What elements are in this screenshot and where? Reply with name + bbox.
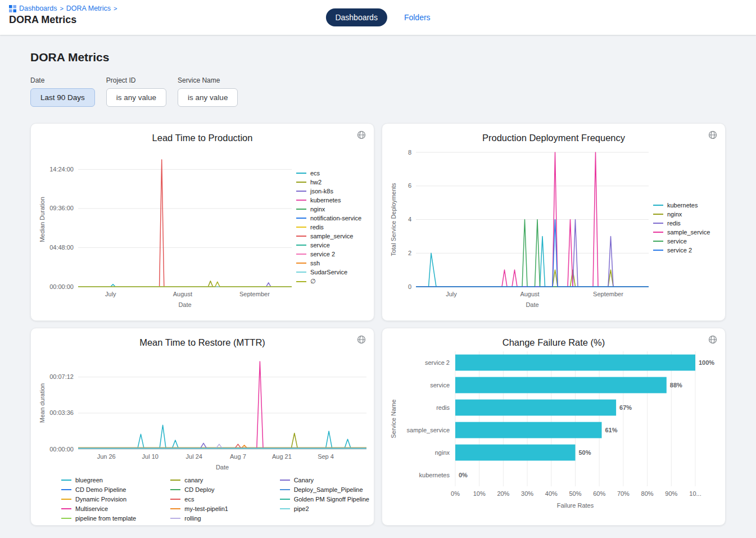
legend-label: bluegreen: [75, 477, 103, 483]
y-tick-label: 00:00:00: [49, 283, 74, 290]
card-mean-time-to-restore: Mean Time to Restore (MTTR) 00:00:0000:0…: [30, 328, 374, 526]
filter-project-id-label: Project ID: [106, 76, 166, 84]
legend-label: SudarService: [310, 269, 347, 275]
legend-item-Deploy_Sample_Pipeline[interactable]: Deploy_Sample_Pipeline: [280, 486, 368, 493]
bar-sample_service[interactable]: [455, 422, 602, 438]
legend-item-ssh[interactable]: ssh: [296, 260, 361, 266]
legend-item-nginx[interactable]: nginx: [296, 206, 361, 213]
globe-icon[interactable]: [707, 129, 718, 142]
globe-icon[interactable]: [356, 334, 367, 347]
line-chart-canvas: 02468JulyAugustSeptemberDateTotal Servic…: [389, 144, 653, 310]
x-tick-label: Jun 26: [97, 453, 116, 460]
dashboard-grid: Lead Time to Production 00:00:0004:48:00…: [30, 123, 726, 526]
legend-item-my-test-pipelin1[interactable]: my-test-pipelin1: [170, 505, 258, 512]
legend-item-bluegreen[interactable]: bluegreen: [61, 477, 149, 483]
legend-item-redis[interactable]: redis: [653, 220, 710, 227]
legend-swatch: [653, 205, 663, 206]
legend-item-nginx[interactable]: nginx: [653, 211, 710, 218]
y-tick-label: 2: [408, 250, 411, 256]
legend-item-redis[interactable]: redis: [296, 224, 361, 230]
chart-legend: bluegreenCD Demo PipelineDynamic Provisi…: [61, 477, 368, 522]
series-line-nginx: [416, 270, 649, 287]
legend-item-pipe2[interactable]: pipe2: [280, 505, 368, 512]
legend-item-ecs[interactable]: ecs: [296, 170, 361, 177]
globe-icon[interactable]: [707, 334, 718, 347]
legend-label: service 2: [310, 251, 335, 257]
legend-item-Golden PM Signoff Pipeline[interactable]: Golden PM Signoff Pipeline: [280, 496, 368, 503]
legend-item-service[interactable]: service: [296, 242, 361, 248]
legend-item-json-k8s[interactable]: json-k8s: [296, 188, 361, 195]
legend-item-kubernetes[interactable]: kubernetes: [296, 197, 361, 204]
bar-redis[interactable]: [455, 400, 616, 416]
legend-swatch: [653, 250, 663, 251]
bar-nginx[interactable]: [455, 445, 576, 461]
legend-item-hw2[interactable]: hw2: [296, 179, 361, 186]
breadcrumb-link-dashboards[interactable]: Dashboards: [19, 4, 57, 12]
legend-label: kubernetes: [667, 202, 698, 209]
legend-item-sample_service[interactable]: sample_service: [296, 233, 361, 239]
legend-item-∅[interactable]: ∅: [296, 278, 361, 285]
legend-item-pipeline from template[interactable]: pipeline from template: [61, 515, 149, 522]
legend-swatch: [653, 223, 663, 224]
card-production-deployment-frequency: Production Deployment Frequency 02468Jul…: [382, 123, 726, 321]
legend-label: ecs: [184, 496, 194, 503]
x-tick-label: Sep 4: [318, 453, 334, 460]
legend-item-canary[interactable]: canary: [170, 477, 258, 483]
legend-item-sample_service[interactable]: sample_service: [653, 229, 710, 236]
legend-item-service 2[interactable]: service 2: [296, 251, 361, 257]
filter-service-name-button[interactable]: is any value: [178, 88, 238, 107]
legend-item-Dynamic Provision[interactable]: Dynamic Provision: [61, 496, 149, 503]
legend-item-kubernetes[interactable]: kubernetes: [653, 202, 710, 209]
filter-date-button[interactable]: Last 90 Days: [30, 88, 95, 107]
legend-item-rolling[interactable]: rolling: [170, 515, 258, 522]
legend-item-CD Demo Pipeline[interactable]: CD Demo Pipeline: [61, 486, 149, 493]
series-line-sample_service: [78, 160, 292, 287]
legend-item-ecs[interactable]: ecs: [170, 496, 258, 503]
legend-label: Golden PM Signoff Pipeline: [294, 496, 369, 503]
legend-label: nginx: [310, 206, 325, 213]
y-tick-label: 00:00:00: [49, 446, 74, 453]
y-tick-label: 4: [408, 216, 411, 223]
filter-project-id-button[interactable]: is any value: [106, 88, 166, 107]
legend-item-CD Deploy[interactable]: CD Deploy: [170, 486, 258, 493]
chart-title: Production Deployment Frequency: [389, 133, 718, 143]
legend-label: service 2: [667, 247, 692, 254]
legend-item-notification-service[interactable]: notification-service: [296, 215, 361, 221]
chart-legend: kubernetesnginxredissample_serviceservic…: [653, 202, 710, 254]
value-label: 50%: [579, 449, 591, 456]
legend-label: ecs: [310, 170, 320, 177]
legend-swatch: [61, 489, 71, 490]
legend-item-service[interactable]: service: [653, 238, 710, 245]
chart-title: Change Failure Rate (%): [389, 337, 718, 348]
tab-folders[interactable]: Folders: [404, 13, 431, 22]
x-tick-label: 20%: [497, 490, 509, 497]
legend-item-Multiservice[interactable]: Multiservice: [61, 505, 149, 512]
legend-swatch: [170, 518, 180, 519]
legend-label: CD Deploy: [184, 486, 214, 493]
y-axis-label: Median Duration: [39, 197, 46, 242]
tab-dashboards[interactable]: Dashboards: [325, 8, 387, 26]
x-tick-label: 70%: [617, 490, 630, 497]
legend-swatch: [653, 214, 663, 215]
x-tick-label: 10%: [473, 490, 486, 497]
legend-swatch: [296, 173, 306, 174]
y-tick-label: 09:36:00: [49, 205, 74, 211]
series-line-kubernetes: [416, 236, 649, 287]
legend-item-SudarService[interactable]: SudarService: [296, 269, 361, 275]
globe-icon[interactable]: [356, 129, 367, 142]
legend-swatch: [296, 236, 306, 237]
breadcrumb-link-dora-metrics[interactable]: DORA Metrics: [66, 4, 111, 12]
legend-label: Multiservice: [75, 505, 108, 512]
bar-service 2[interactable]: [455, 355, 695, 371]
value-label: 0%: [459, 472, 468, 478]
x-tick-label: Jul 10: [142, 453, 159, 460]
y-tick-label: 8: [408, 149, 411, 156]
y-tick-label: 04:48:00: [49, 244, 74, 251]
legend-item-Canary[interactable]: Canary: [280, 477, 368, 483]
legend-item-service 2[interactable]: service 2: [653, 247, 710, 254]
legend-swatch: [280, 489, 290, 490]
bar-chart-canvas: 0%10%20%30%40%50%60%70%80%90%10...servic…: [389, 348, 723, 512]
bar-service[interactable]: [455, 377, 667, 394]
breadcrumb-separator: >: [114, 5, 117, 12]
filter-service-name-label: Service Name: [178, 76, 238, 84]
